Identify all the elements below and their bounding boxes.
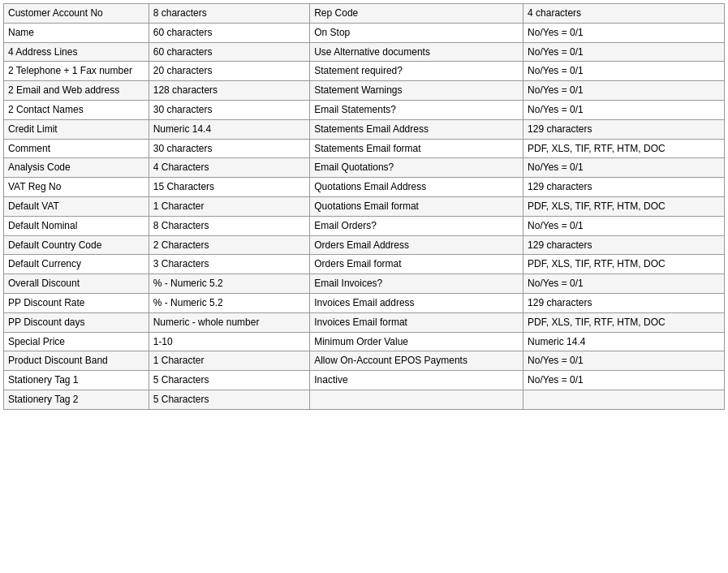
main-container: Customer Account No8 charactersRep Code4… bbox=[0, 0, 728, 413]
table-row: Product Discount Band1 CharacterAllow On… bbox=[4, 351, 725, 371]
table-cell-1: VAT Reg No bbox=[4, 178, 149, 197]
table-cell-3: Inactive bbox=[310, 371, 523, 390]
table-row: Default Nominal8 CharactersEmail Orders?… bbox=[4, 216, 725, 235]
table-cell-4: No/Yes = 0/1 bbox=[523, 100, 725, 119]
table-row: 2 Email and Web address128 charactersSta… bbox=[4, 81, 725, 101]
table-cell-3: Orders Email format bbox=[310, 255, 523, 274]
table-cell-4: No/Yes = 0/1 bbox=[523, 23, 725, 42]
table-cell-3: Orders Email Address bbox=[310, 235, 523, 255]
table-cell-2: 60 characters bbox=[149, 23, 310, 42]
table-cell-4: PDF, XLS, TIF, RTF, HTM, DOC bbox=[523, 255, 725, 274]
table-row: Stationery Tag 25 Characters bbox=[4, 390, 725, 409]
table-cell-1: PP Discount Rate bbox=[4, 293, 149, 312]
table-row: 2 Telephone + 1 Fax number20 charactersS… bbox=[4, 62, 725, 81]
table-cell-1: Special Price bbox=[4, 332, 149, 351]
table-cell-1: Credit Limit bbox=[4, 119, 149, 139]
table-cell-4: No/Yes = 0/1 bbox=[523, 274, 725, 294]
table-row: 4 Address Lines60 charactersUse Alternat… bbox=[4, 42, 725, 62]
table-cell-1: 4 Address Lines bbox=[4, 42, 149, 62]
table-cell-2: 8 Characters bbox=[149, 216, 310, 235]
table-cell-3: On Stop bbox=[310, 23, 523, 42]
table-cell-1: Default Country Code bbox=[4, 235, 149, 255]
table-cell-2: % - Numeric 5.2 bbox=[149, 274, 310, 294]
table-cell-2: 1 Character bbox=[149, 351, 310, 371]
table-row: Analysis Code4 CharactersEmail Quotation… bbox=[4, 158, 725, 178]
table-cell-2: 1 Character bbox=[149, 196, 310, 216]
table-cell-2: 2 Characters bbox=[149, 235, 310, 255]
table-cell-1: Default VAT bbox=[4, 196, 149, 216]
table-cell-4: PDF, XLS, TIF, RTF, HTM, DOC bbox=[523, 139, 725, 158]
table-cell-4: PDF, XLS, TIF, RTF, HTM, DOC bbox=[523, 312, 725, 332]
table-cell-2: 8 characters bbox=[149, 4, 310, 24]
table-row: Comment30 charactersStatements Email for… bbox=[4, 139, 725, 158]
table-cell-4: No/Yes = 0/1 bbox=[523, 351, 725, 371]
table-cell-1: Customer Account No bbox=[4, 4, 149, 24]
table-row: Overall Discount% - Numeric 5.2Email Inv… bbox=[4, 274, 725, 294]
table-cell-4: No/Yes = 0/1 bbox=[523, 371, 725, 390]
table-cell-3: Statements Email Address bbox=[310, 119, 523, 139]
data-table: Customer Account No8 charactersRep Code4… bbox=[3, 3, 725, 410]
table-row: PP Discount daysNumeric - whole numberIn… bbox=[4, 312, 725, 332]
table-cell-3 bbox=[310, 390, 523, 409]
table-cell-4: PDF, XLS, TIF, RTF, HTM, DOC bbox=[523, 196, 725, 216]
table-row: Special Price1-10Minimum Order ValueNume… bbox=[4, 332, 725, 351]
table-cell-1: Overall Discount bbox=[4, 274, 149, 294]
table-cell-3: Invoices Email address bbox=[310, 293, 523, 312]
table-cell-3: Email Quotations? bbox=[310, 158, 523, 178]
table-cell-1: Stationery Tag 2 bbox=[4, 390, 149, 409]
table-cell-4: No/Yes = 0/1 bbox=[523, 81, 725, 101]
table-cell-1: Product Discount Band bbox=[4, 351, 149, 371]
table-cell-3: Statement Warnings bbox=[310, 81, 523, 101]
table-cell-4: No/Yes = 0/1 bbox=[523, 158, 725, 178]
table-cell-3: Use Alternative documents bbox=[310, 42, 523, 62]
table-cell-3: Rep Code bbox=[310, 4, 523, 24]
table-cell-4: 129 characters bbox=[523, 235, 725, 255]
table-cell-2: 30 characters bbox=[149, 100, 310, 119]
table-cell-1: Default Currency bbox=[4, 255, 149, 274]
table-row: PP Discount Rate% - Numeric 5.2Invoices … bbox=[4, 293, 725, 312]
table-cell-2: 4 Characters bbox=[149, 158, 310, 178]
table-cell-1: Default Nominal bbox=[4, 216, 149, 235]
table-row: Default Currency3 CharactersOrders Email… bbox=[4, 255, 725, 274]
table-cell-1: 2 Contact Names bbox=[4, 100, 149, 119]
table-cell-2: 30 characters bbox=[149, 139, 310, 158]
table-row: Default Country Code2 CharactersOrders E… bbox=[4, 235, 725, 255]
table-row: Name60 charactersOn StopNo/Yes = 0/1 bbox=[4, 23, 725, 42]
table-cell-2: Numeric - whole number bbox=[149, 312, 310, 332]
table-row: Customer Account No8 charactersRep Code4… bbox=[4, 4, 725, 24]
table-cell-2: 3 Characters bbox=[149, 255, 310, 274]
table-row: Stationery Tag 15 CharactersInactiveNo/Y… bbox=[4, 371, 725, 390]
table-cell-3: Allow On-Account EPOS Payments bbox=[310, 351, 523, 371]
table-cell-3: Statement required? bbox=[310, 62, 523, 81]
table-cell-3: Email Statements? bbox=[310, 100, 523, 119]
table-cell-3: Statements Email format bbox=[310, 139, 523, 158]
table-cell-1: 2 Telephone + 1 Fax number bbox=[4, 62, 149, 81]
table-cell-3: Quotations Email format bbox=[310, 196, 523, 216]
table-cell-1: Name bbox=[4, 23, 149, 42]
table-cell-3: Invoices Email format bbox=[310, 312, 523, 332]
table-row: VAT Reg No15 CharactersQuotations Email … bbox=[4, 178, 725, 197]
table-cell-4: 129 characters bbox=[523, 178, 725, 197]
table-cell-1: Stationery Tag 1 bbox=[4, 371, 149, 390]
table-row: Default VAT1 CharacterQuotations Email f… bbox=[4, 196, 725, 216]
table-cell-1: Comment bbox=[4, 139, 149, 158]
table-cell-3: Email Invoices? bbox=[310, 274, 523, 294]
table-cell-4 bbox=[523, 390, 725, 409]
table-cell-4: 129 characters bbox=[523, 293, 725, 312]
table-cell-4: No/Yes = 0/1 bbox=[523, 216, 725, 235]
table-cell-4: 129 characters bbox=[523, 119, 725, 139]
table-cell-2: 15 Characters bbox=[149, 178, 310, 197]
table-cell-2: Numeric 14.4 bbox=[149, 119, 310, 139]
table-cell-2: 1-10 bbox=[149, 332, 310, 351]
table-cell-2: 5 Characters bbox=[149, 390, 310, 409]
table-cell-2: 5 Characters bbox=[149, 371, 310, 390]
table-cell-2: % - Numeric 5.2 bbox=[149, 293, 310, 312]
table-cell-1: 2 Email and Web address bbox=[4, 81, 149, 101]
table-cell-3: Quotations Email Address bbox=[310, 178, 523, 197]
table-cell-1: Analysis Code bbox=[4, 158, 149, 178]
table-cell-4: No/Yes = 0/1 bbox=[523, 62, 725, 81]
table-cell-4: 4 characters bbox=[523, 4, 725, 24]
table-cell-2: 20 characters bbox=[149, 62, 310, 81]
table-cell-4: Numeric 14.4 bbox=[523, 332, 725, 351]
table-cell-3: Email Orders? bbox=[310, 216, 523, 235]
